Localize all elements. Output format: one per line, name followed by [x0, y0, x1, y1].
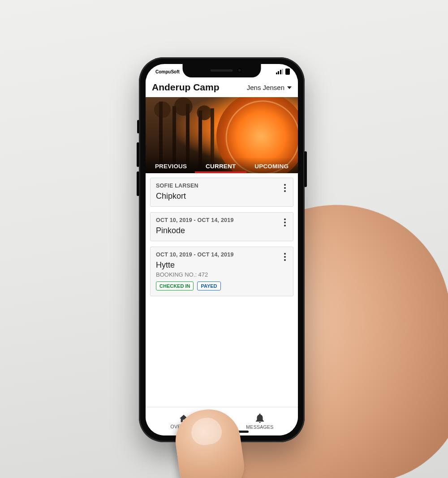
- card-topline: OCT 10, 2019 - OCT 14, 2019: [156, 217, 288, 223]
- volume-down-button: [137, 171, 139, 196]
- list-item[interactable]: OCT 10, 2019 - OCT 14, 2019 Pinkode: [150, 212, 293, 241]
- power-button: [304, 151, 307, 187]
- signal-icon: [276, 69, 284, 74]
- status-badge-payed: PAYED: [197, 282, 220, 290]
- battery-icon: [285, 68, 290, 75]
- kebab-icon[interactable]: [281, 217, 289, 228]
- status-badge-checked-in: CHECKED IN: [156, 282, 194, 290]
- list-item[interactable]: SOFIE LARSEN Chipkort: [150, 178, 293, 207]
- bell-icon: [255, 414, 264, 423]
- tab-upcoming[interactable]: UPCOMING: [252, 163, 291, 173]
- phone-device: CompuSoft Anderup Camp Jens Jensen: [139, 57, 305, 442]
- device-notch: [183, 64, 261, 77]
- status-right: [276, 68, 290, 75]
- tab-current[interactable]: CURRENT: [203, 163, 238, 173]
- card-list: SOFIE LARSEN Chipkort OCT 10, 2019 - OCT…: [146, 173, 298, 296]
- card-subtitle: BOOKING NO.: 472: [156, 271, 288, 278]
- hero-image: PREVIOUS CURRENT UPCOMING: [146, 97, 298, 173]
- mute-switch: [137, 120, 139, 133]
- badge-row: CHECKED IN PAYED: [156, 282, 288, 290]
- card-title: Chipkort: [156, 192, 288, 201]
- kebab-icon[interactable]: [281, 252, 289, 262]
- nav-label: MESSAGES: [246, 424, 273, 430]
- user-name-label: Jens Jensen: [247, 84, 284, 91]
- volume-up-button: [137, 142, 139, 167]
- page-title: Anderup Camp: [152, 82, 220, 93]
- chevron-down-icon: [287, 86, 292, 89]
- card-topline: SOFIE LARSEN: [156, 183, 288, 189]
- screen: CompuSoft Anderup Camp Jens Jensen: [146, 64, 298, 435]
- tab-previous[interactable]: PREVIOUS: [152, 163, 190, 173]
- card-title: Pinkode: [156, 226, 288, 235]
- user-dropdown[interactable]: Jens Jensen: [247, 84, 292, 91]
- carrier-label: CompuSoft: [155, 69, 180, 74]
- tab-bar: PREVIOUS CURRENT UPCOMING: [146, 157, 298, 173]
- card-title: Hytte: [156, 260, 288, 270]
- stage: CompuSoft Anderup Camp Jens Jensen: [0, 0, 448, 478]
- app-header: Anderup Camp Jens Jensen: [146, 79, 298, 97]
- kebab-icon[interactable]: [281, 183, 289, 193]
- card-topline: OCT 10, 2019 - OCT 14, 2019: [156, 252, 288, 258]
- list-item[interactable]: OCT 10, 2019 - OCT 14, 2019 Hytte BOOKIN…: [150, 247, 293, 296]
